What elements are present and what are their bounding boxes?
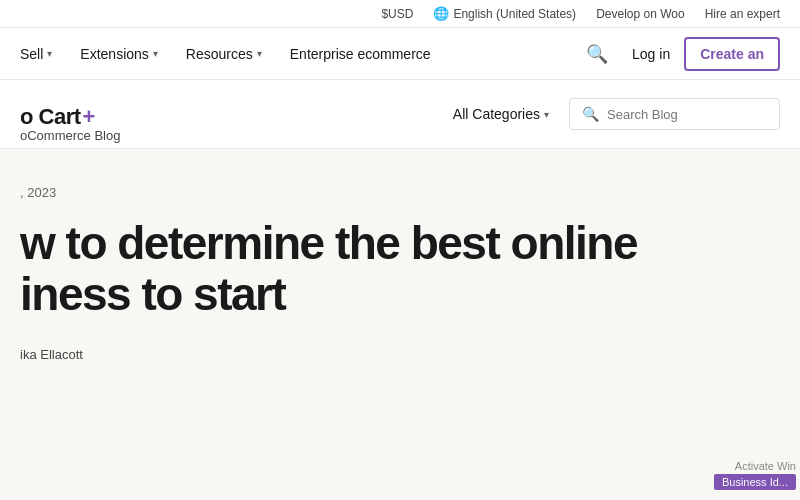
nav-item-extensions[interactable]: Extensions ▾ xyxy=(66,28,171,79)
logo-blog-text: oCommerce Blog xyxy=(20,128,120,143)
nav-enterprise-label: Enterprise ecommerce xyxy=(290,46,431,62)
article-title: w to determine the best online iness to … xyxy=(20,218,740,319)
article-title-line2: iness to start xyxy=(20,268,285,320)
logo-cart: o Cart + xyxy=(20,104,120,130)
hire-link[interactable]: Hire an expert xyxy=(705,7,780,21)
login-button[interactable]: Log in xyxy=(618,46,684,62)
create-account-button[interactable]: Create an xyxy=(684,37,780,71)
nav-item-enterprise[interactable]: Enterprise ecommerce xyxy=(276,28,445,79)
nav-item-sell[interactable]: Sell ▾ xyxy=(20,28,66,79)
hire-label: Hire an expert xyxy=(705,7,780,21)
article-author: ika Ellacott xyxy=(20,347,780,362)
language-selector[interactable]: 🌐 English (United States) xyxy=(433,6,576,21)
globe-icon: 🌐 xyxy=(433,6,449,21)
currency-label: $USD xyxy=(381,7,413,21)
logo-area: o Cart + oCommerce Blog xyxy=(20,104,120,143)
search-bar: 🔍 xyxy=(569,98,780,130)
activate-windows-text: Activate Win xyxy=(714,460,796,472)
chevron-down-icon: ▾ xyxy=(544,109,549,120)
main-nav: Sell ▾ Extensions ▾ Resources ▾ Enterpri… xyxy=(0,28,800,80)
chevron-down-icon: ▾ xyxy=(47,48,52,59)
nav-sell-label: Sell xyxy=(20,46,43,62)
chevron-down-icon: ▾ xyxy=(153,48,158,59)
language-label: English (United States) xyxy=(453,7,576,21)
categories-label: All Categories xyxy=(453,106,540,122)
chevron-down-icon: ▾ xyxy=(257,48,262,59)
windows-activation: Activate Win Business Id... xyxy=(714,460,800,490)
nav-extensions-label: Extensions xyxy=(80,46,148,62)
search-icon[interactable]: 🔍 xyxy=(576,43,618,65)
develop-link[interactable]: Develop on Woo xyxy=(596,7,685,21)
logo-plus: + xyxy=(83,104,96,130)
article-title-line1: w to determine the best online xyxy=(20,217,637,269)
blog-header: o Cart + oCommerce Blog All Categories ▾… xyxy=(0,80,800,149)
nav-item-resources[interactable]: Resources ▾ xyxy=(172,28,276,79)
article-date: , 2023 xyxy=(20,185,780,200)
search-input[interactable] xyxy=(607,107,767,122)
search-icon: 🔍 xyxy=(582,106,599,122)
currency-selector[interactable]: $USD xyxy=(381,7,413,21)
logo-cart-text: o Cart xyxy=(20,104,81,130)
activate-windows-link[interactable]: Business Id... xyxy=(714,474,796,490)
categories-dropdown[interactable]: All Categories ▾ xyxy=(453,106,569,140)
nav-resources-label: Resources xyxy=(186,46,253,62)
utility-bar: $USD 🌐 English (United States) Develop o… xyxy=(0,0,800,28)
content-area: , 2023 w to determine the best online in… xyxy=(0,149,800,449)
develop-label: Develop on Woo xyxy=(596,7,685,21)
